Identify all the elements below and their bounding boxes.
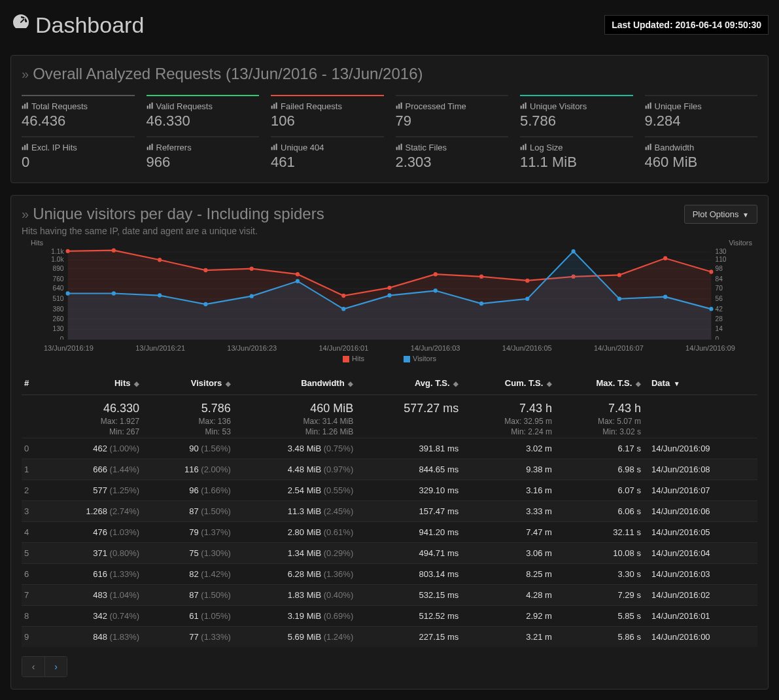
caret-down-icon: ▼ (742, 211, 749, 219)
stat-value: 11.1 MiB (520, 154, 633, 171)
col-hits[interactable]: Hits ◆ (42, 372, 145, 395)
stat-label: Unique Files (645, 101, 758, 111)
table-row[interactable]: 9848 (1.83%)77 (1.33%)5.69 MiB (1.24%)22… (22, 627, 757, 648)
table-row[interactable]: 5371 (0.80%)75 (1.30%)1.34 MiB (0.29%)49… (22, 543, 757, 564)
stat-label: Excl. IP Hits (22, 143, 135, 152)
stat-total-requests: Total Requests46.436 (22, 95, 135, 130)
bar-chart-icon (271, 143, 278, 152)
plot-options-button[interactable]: Plot Options ▼ (684, 205, 757, 224)
col-max-t-s-[interactable]: Max. T.S. ◆ (557, 372, 646, 395)
svg-rect-24 (271, 147, 273, 150)
table-row[interactable]: 7483 (1.04%)87 (1.50%)1.83 MiB (0.40%)53… (22, 585, 757, 606)
svg-rect-17 (649, 103, 651, 109)
svg-text:0: 0 (716, 336, 719, 340)
svg-text:380: 380 (53, 306, 64, 313)
stat-processed-time: Processed Time79 (396, 95, 509, 130)
svg-text:42: 42 (716, 306, 723, 313)
svg-text:1.1k: 1.1k (51, 248, 64, 255)
chart-x-labels: 13/Jun/2016:1913/Jun/2016:2113/Jun/2016:… (44, 341, 735, 352)
col-visitors[interactable]: Visitors ◆ (145, 372, 236, 395)
visitors-table: #Hits ◆Visitors ◆Bandwidth ◆Avg. T.S. ◆C… (22, 372, 757, 647)
svg-rect-13 (523, 104, 524, 109)
svg-rect-18 (22, 147, 24, 150)
svg-point-68 (158, 258, 162, 262)
page-title: Dashboard (10, 12, 144, 38)
svg-point-83 (158, 293, 162, 297)
col-bandwidth[interactable]: Bandwidth ◆ (236, 372, 358, 395)
bar-chart-icon (147, 101, 154, 111)
svg-point-84 (203, 302, 207, 306)
visitors-panel-subtitle: Hits having the same IP, date and agent … (22, 226, 324, 236)
stat-value: 46.330 (147, 113, 260, 130)
svg-rect-11 (400, 103, 402, 109)
svg-point-79 (663, 256, 667, 260)
svg-point-82 (112, 291, 116, 295)
stat-referrers: Referrers966 (147, 136, 260, 171)
svg-rect-31 (523, 145, 524, 150)
page-prev-button[interactable]: ‹ (22, 657, 44, 676)
svg-text:510: 510 (53, 295, 64, 302)
svg-rect-34 (648, 145, 649, 150)
svg-text:28: 28 (716, 315, 723, 322)
table-row[interactable]: 6616 (1.33%)82 (1.42%)6.28 MiB (1.36%)80… (22, 564, 757, 585)
svg-text:98: 98 (716, 265, 723, 272)
svg-rect-15 (645, 106, 646, 109)
table-row[interactable]: 0462 (1.00%)90 (1.56%)3.48 MiB (0.75%)39… (22, 438, 757, 459)
svg-rect-19 (24, 145, 26, 150)
stat-label: Unique 404 (271, 143, 384, 152)
bar-chart-icon (22, 143, 29, 152)
sort-icon: ◆ (134, 380, 139, 387)
stat-value: 460 MiB (645, 154, 758, 171)
chevrons-icon: » (22, 207, 29, 222)
stat-unique-files: Unique Files9.284 (645, 95, 758, 130)
svg-rect-16 (648, 104, 649, 109)
page-next-button[interactable]: › (44, 657, 67, 676)
col-data[interactable]: Data ▼ (646, 372, 757, 395)
chart-legend: Hits Visitors (44, 355, 735, 362)
table-row[interactable]: 2577 (1.25%)96 (1.66%)2.54 MiB (0.55%)32… (22, 480, 757, 501)
stat-value: 106 (271, 113, 384, 130)
svg-rect-32 (525, 144, 527, 150)
table-row[interactable]: 31.268 (2.74%)87 (1.50%)11.3 MiB (2.45%)… (22, 501, 757, 522)
stat-unique-visitors: Unique Visitors5.786 (520, 95, 633, 130)
stat-label: Unique Visitors (520, 101, 633, 111)
col--[interactable]: # (22, 372, 42, 395)
stat-value: 0 (22, 154, 135, 171)
stat-label: Log Size (520, 143, 633, 152)
col-avg-t-s-[interactable]: Avg. T.S. ◆ (358, 372, 464, 395)
pager: ‹ › (22, 656, 67, 677)
svg-rect-10 (398, 104, 400, 109)
stat-value: 46.436 (22, 113, 135, 130)
svg-text:110: 110 (716, 256, 727, 263)
svg-text:130: 130 (716, 248, 727, 255)
svg-point-67 (112, 248, 116, 252)
table-row[interactable]: 8342 (0.74%)61 (1.05%)3.19 MiB (0.69%)51… (22, 606, 757, 627)
svg-text:260: 260 (53, 315, 64, 322)
svg-text:760: 760 (53, 275, 64, 282)
table-row[interactable]: 1666 (1.44%)116 (2.00%)4.48 MiB (0.97%)8… (22, 459, 757, 480)
stat-bandwidth: Bandwidth460 MiB (645, 136, 758, 171)
svg-rect-12 (521, 106, 522, 109)
svg-text:890: 890 (53, 265, 64, 272)
y-axis-right-label: Visitors (729, 239, 752, 247)
visitors-panel: » Unique visitors per day - Including sp… (10, 195, 769, 690)
stat-value: 5.786 (520, 113, 633, 130)
svg-point-90 (479, 302, 483, 306)
svg-point-95 (709, 307, 713, 311)
stat-label: Bandwidth (645, 143, 758, 152)
svg-rect-6 (271, 106, 273, 109)
svg-text:70: 70 (716, 285, 723, 292)
visitors-chart: Hits Visitors 00130142602838042510566407… (44, 248, 735, 362)
stat-label: Referrers (147, 143, 260, 152)
stat-value: 2.303 (396, 154, 509, 171)
stat-label: Processed Time (396, 101, 509, 111)
table-row[interactable]: 4476 (1.03%)79 (1.37%)2.80 MiB (0.61%)94… (22, 522, 757, 543)
col-cum-t-s-[interactable]: Cum. T.S. ◆ (464, 372, 557, 395)
stat-log-size: Log Size11.1 MiB (520, 136, 633, 171)
svg-rect-28 (398, 145, 400, 150)
svg-point-81 (66, 291, 70, 295)
stat-label: Static Files (396, 143, 509, 152)
page-header: Dashboard Last Updated: 2016-06-14 09:50… (10, 0, 769, 43)
sort-icon: ◆ (348, 380, 353, 387)
svg-rect-23 (151, 144, 152, 150)
